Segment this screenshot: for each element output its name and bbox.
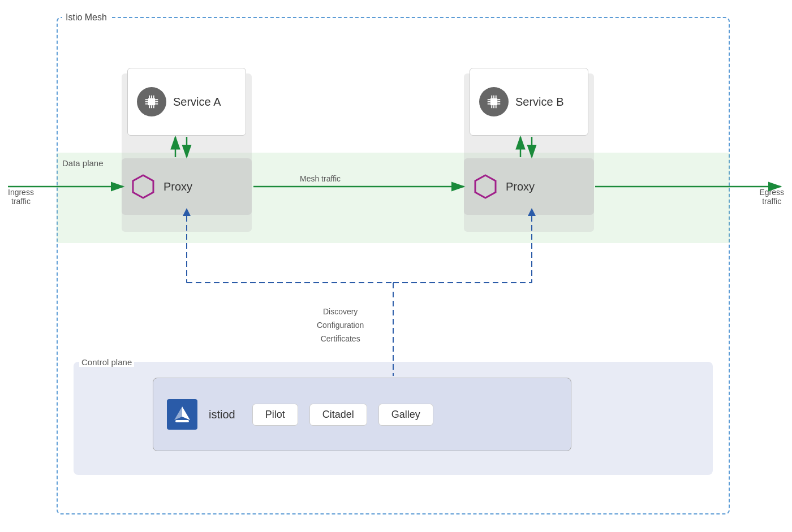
svg-rect-30 — [175, 420, 189, 422]
svg-rect-13 — [490, 98, 498, 106]
service-b-chip-icon — [479, 87, 509, 116]
proxy-b-hex-icon — [473, 174, 498, 199]
proxy-b-card: Proxy — [464, 158, 594, 215]
proxy-b-label: Proxy — [506, 180, 535, 193]
istiod-name-label: istiod — [209, 408, 235, 421]
chip-svg — [143, 93, 160, 110]
control-plane-label: Control plane — [79, 357, 134, 367]
service-a-card: Service A — [127, 68, 246, 136]
istiod-logo — [167, 399, 197, 430]
svg-marker-27 — [475, 175, 496, 198]
istio-mesh-label: Istio Mesh — [62, 12, 110, 23]
istiod-container: istiod Pilot Citadel Galley — [153, 378, 571, 451]
chip-b-svg — [485, 93, 502, 110]
citadel-pill: Citadel — [309, 404, 367, 426]
mesh-traffic-label: Mesh traffic — [300, 174, 341, 183]
pilot-pill: Pilot — [252, 404, 298, 426]
proxy-a-card: Proxy — [122, 158, 252, 215]
egress-label: Egresstraffic — [759, 188, 784, 206]
service-a-chip-icon — [137, 87, 166, 116]
svg-marker-26 — [133, 175, 153, 198]
ingress-label: Ingresstraffic — [8, 188, 34, 206]
discovery-label: DiscoveryConfigurationCertificates — [317, 305, 364, 345]
service-a-label: Service A — [173, 96, 221, 109]
diagram-container: Istio Mesh Data plane Service A — [0, 0, 792, 532]
proxy-a-label: Proxy — [163, 180, 192, 193]
service-b-card: Service B — [470, 68, 588, 136]
proxy-a-hex-icon — [131, 174, 156, 199]
data-plane-label: Data plane — [62, 158, 104, 168]
svg-marker-28 — [182, 406, 190, 420]
service-b-label: Service B — [515, 96, 564, 109]
svg-marker-29 — [174, 406, 182, 420]
galley-pill: Galley — [378, 404, 433, 426]
svg-rect-0 — [148, 98, 156, 106]
